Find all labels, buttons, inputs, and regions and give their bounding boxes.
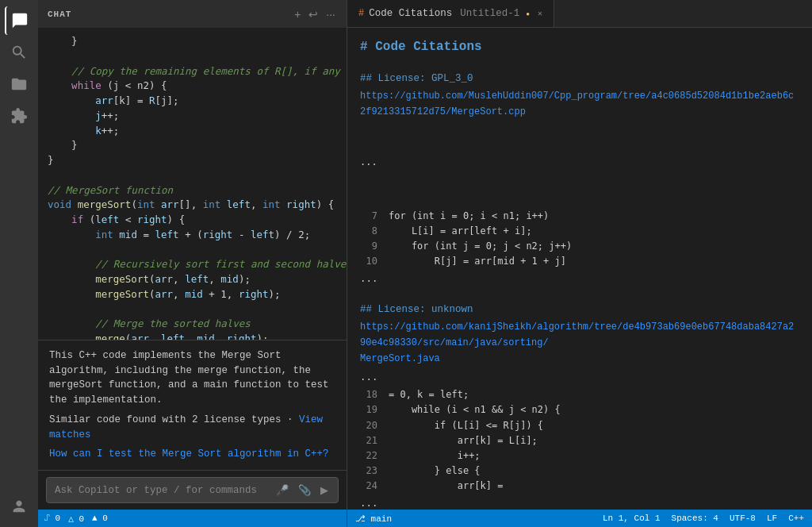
license-label-2: ## License: unknown <box>360 302 799 317</box>
citations-heading: # Code Citations <box>360 37 799 58</box>
error-count: ⑀ 0 <box>44 514 60 523</box>
new-chat-button[interactable]: + <box>293 7 302 21</box>
git-branch: ⎇ main <box>355 514 392 524</box>
left-panel: CHAT + ↩ ··· } // Copy the remaining ele… <box>38 0 347 527</box>
suggestion-link[interactable]: How can I test the Merge Sort algorithm … <box>49 447 335 462</box>
tab-filename: Untitled-1 <box>460 8 519 19</box>
ellipsis: ... <box>360 271 799 287</box>
chat-input[interactable] <box>55 485 268 496</box>
description-area: This C++ code implements the Merge Sort … <box>38 340 347 470</box>
spaces: Spaces: 4 <box>672 514 718 523</box>
line-endings: LF <box>767 514 777 523</box>
view-matches-link[interactable]: View matches <box>49 414 323 440</box>
tab-bar: # Code Citations Untitled-1 ● ✕ <box>347 0 812 28</box>
description-text: This C++ code implements the Merge Sort … <box>49 348 335 408</box>
status-right: Ln 1, Col 1 Spaces: 4 UTF-8 LF C++ <box>603 514 804 523</box>
tab-close-button[interactable]: ✕ <box>538 9 542 18</box>
history-button[interactable]: ↩ <box>307 7 320 21</box>
activity-bar <box>0 0 38 527</box>
ellipsis: ... <box>360 370 799 386</box>
warning-count: △ 0 <box>68 514 84 524</box>
tab-title: Code Citations <box>369 8 452 19</box>
more-actions-button[interactable]: ··· <box>324 7 337 21</box>
chat-header: CHAT + ↩ ··· <box>38 0 347 28</box>
send-button[interactable]: ▶ <box>319 483 330 498</box>
citations-tab[interactable]: # Code Citations Untitled-1 ● ✕ <box>347 0 554 27</box>
similar-code-line: Similar code found with 2 license types … <box>49 413 335 443</box>
tab-hash-icon: # <box>358 8 364 19</box>
attach-button[interactable]: 📎 <box>297 483 312 498</box>
citations-content: # Code Citations ## License: GPL_3_0 htt… <box>347 28 812 510</box>
chat-status-bar: ⑀ 0 △ 0 ▲ 0 <box>38 510 347 527</box>
activity-accounts[interactable] <box>5 492 33 521</box>
code-area: } // Copy the remaining elements of R[],… <box>38 28 347 340</box>
chat-header-actions: + ↩ ··· <box>293 7 337 21</box>
code-snippet-1: ... <box>360 123 799 202</box>
activity-chat[interactable] <box>5 6 33 35</box>
status-left: ⎇ main <box>355 514 392 524</box>
input-box: 🎤 📎 ▶ <box>46 477 339 503</box>
license-url-1[interactable]: https://github.com/MuslehUddin007/Cpp_pr… <box>360 90 794 117</box>
activity-search[interactable] <box>5 38 33 67</box>
chat-title: CHAT <box>48 10 71 19</box>
ellipsis: ... <box>360 496 799 510</box>
license-label-1: ## License: GPL_3_0 <box>360 71 799 87</box>
tab-dirty-indicator: ● <box>526 10 530 17</box>
encoding: UTF-8 <box>730 514 756 523</box>
bottom-status-bar: ⎇ main Ln 1, Col 1 Spaces: 4 UTF-8 LF C+… <box>347 510 812 527</box>
activity-extensions[interactable] <box>5 102 33 130</box>
license-section-2: ## License: unknown https://github.com/k… <box>360 294 799 510</box>
activity-explorer[interactable] <box>5 70 33 98</box>
code-block: } // Copy the remaining elements of R[],… <box>38 28 347 340</box>
right-panel: # Code Citations Untitled-1 ● ✕ # Code C… <box>347 0 812 527</box>
license-section-1: ## License: GPL_3_0 https://github.com/M… <box>360 66 799 287</box>
cursor-position: Ln 1, Col 1 <box>603 514 661 523</box>
input-area: 🎤 📎 ▶ <box>38 470 347 510</box>
voice-input-button[interactable]: 🎤 <box>274 483 290 498</box>
info-count: ▲ 0 <box>92 514 108 523</box>
ellipsis: ... <box>360 155 799 170</box>
license-url-2[interactable]: https://github.com/kanijSheikh/algorithm… <box>360 321 794 364</box>
language-mode: C++ <box>788 514 804 523</box>
